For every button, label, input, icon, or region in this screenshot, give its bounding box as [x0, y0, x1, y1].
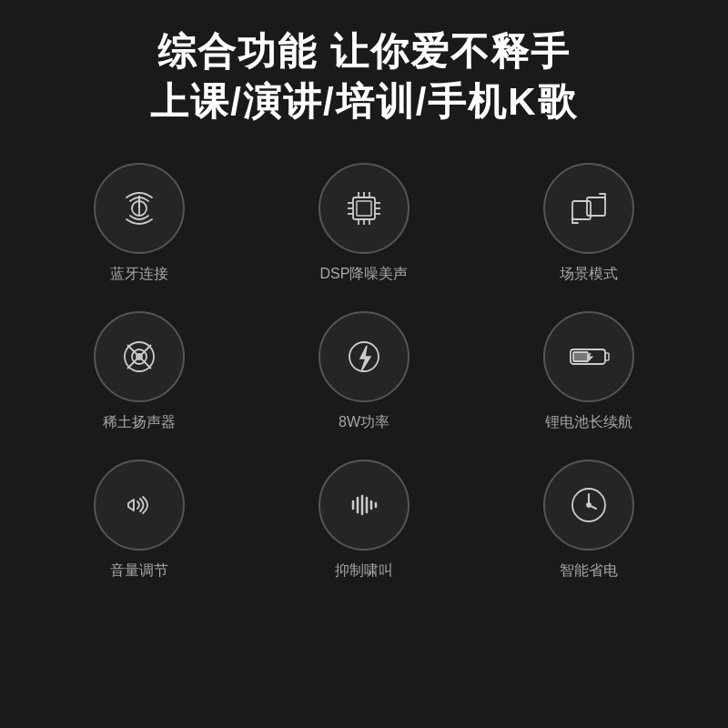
feature-label-powersave: 智能省电 — [560, 561, 618, 581]
feature-label-power: 8W功率 — [339, 413, 389, 432]
battery-icon — [543, 311, 634, 402]
power-icon — [318, 311, 410, 402]
feature-label-speaker: 稀土扬声器 — [103, 413, 176, 432]
feature-item-bluetooth: 蓝牙连接 — [36, 163, 243, 284]
feature-label-bluetooth: 蓝牙连接 — [110, 265, 168, 284]
svg-rect-17 — [572, 201, 591, 219]
svg-rect-27 — [573, 352, 588, 361]
feature-label-scene: 场景模式 — [560, 265, 618, 284]
svg-point-38 — [587, 503, 591, 507]
feature-item-battery: 锂电池长续航 — [485, 311, 692, 432]
feature-label-feedback: 抑制啸叫 — [335, 561, 393, 581]
feature-item-power: 8W功率 — [261, 311, 468, 432]
features-grid: 蓝牙连接 DSP降噪美声 — [36, 163, 692, 581]
volume-icon — [94, 460, 185, 551]
feature-label-volume: 音量调节 — [110, 561, 168, 581]
bluetooth-icon — [94, 163, 185, 254]
title-line2: 上课/演讲/培训/手机K歌 — [150, 77, 577, 127]
feature-item-powersave: 智能省电 — [485, 460, 692, 581]
feature-item-scene: 场景模式 — [485, 163, 692, 284]
svg-rect-18 — [587, 197, 605, 216]
chip-icon — [318, 163, 410, 254]
svg-rect-4 — [357, 201, 371, 216]
svg-rect-26 — [605, 353, 609, 360]
feature-label-dsp: DSP降噪美声 — [320, 265, 409, 284]
feature-item-feedback: 抑制啸叫 — [261, 460, 468, 581]
feature-item-speaker: 稀土扬声器 — [36, 311, 243, 432]
title-line1: 综合功能 让你爱不释手 — [150, 27, 577, 77]
scene-icon — [543, 163, 634, 254]
main-container: 综合功能 让你爱不释手 上课/演讲/培训/手机K歌 蓝牙连接 — [0, 0, 728, 728]
speaker-icon — [94, 311, 185, 402]
clock-icon — [543, 460, 634, 551]
waveform-icon — [318, 460, 410, 551]
feature-item-dsp: DSP降噪美声 — [261, 163, 468, 284]
feature-item-volume: 音量调节 — [36, 460, 243, 581]
title-section: 综合功能 让你爱不释手 上课/演讲/培训/手机K歌 — [150, 27, 577, 126]
feature-label-battery: 锂电池长续航 — [545, 413, 632, 432]
